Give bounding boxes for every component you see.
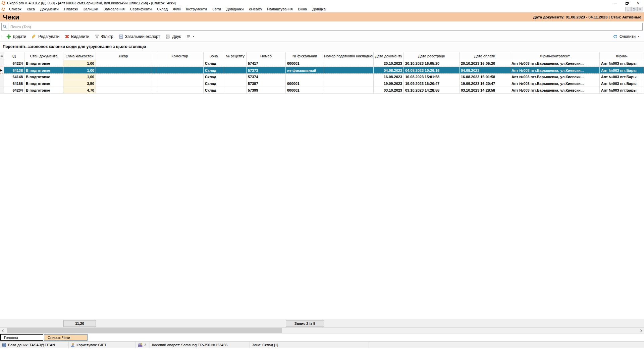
cell-doctor[interactable] xyxy=(96,60,151,67)
cell-number[interactable]: 57387 xyxy=(247,80,286,87)
cell-number[interactable]: 57399 xyxy=(247,87,286,94)
scrollbar-thumb[interactable] xyxy=(7,328,282,333)
cell-blank[interactable] xyxy=(151,80,156,87)
cell-fiscal_no[interactable]: 000001 xyxy=(286,80,324,87)
cell-qty[interactable]: 4,70 xyxy=(63,87,96,94)
menu-item-каса[interactable]: Каса xyxy=(24,6,38,12)
search-input[interactable] xyxy=(8,25,642,29)
cell-doc_date[interactable]: 16.08.2023 xyxy=(374,73,404,80)
cell-recipe_no[interactable] xyxy=(224,67,247,73)
cell-doc_date[interactable]: 19.09.2023 xyxy=(374,80,404,87)
minimize-icon[interactable] xyxy=(610,0,621,6)
cell-zone[interactable]: Склад xyxy=(204,80,224,87)
cell-doctor[interactable] xyxy=(96,87,151,94)
cell-reg_date[interactable]: 03.10.2023 14:28:58 xyxy=(404,87,460,94)
cell-fiscal_no[interactable]: 000001 xyxy=(286,60,324,67)
cell-state[interactable]: В подготовке xyxy=(24,80,63,87)
mdi-close-icon[interactable]: ✕ xyxy=(637,7,643,11)
menu-item-документи[interactable]: Документи xyxy=(38,6,61,12)
cell-recipe_no[interactable] xyxy=(224,87,247,94)
cell-comment[interactable] xyxy=(156,80,204,87)
table-row[interactable]: 64148В подготовке1,00Склад5737416.08.202… xyxy=(0,73,644,80)
cell-number[interactable]: 57417 xyxy=(247,60,286,67)
delete-button[interactable]: Видалити xyxy=(62,33,92,40)
cell-recipe_no[interactable] xyxy=(224,80,247,87)
column-options-button[interactable]: ▾ xyxy=(183,33,197,40)
cell-tax_invoice_no[interactable] xyxy=(324,87,374,94)
column-header-comment[interactable]: Коментар xyxy=(156,52,204,60)
cell-firm_contragent[interactable]: Апт №003 пгт.Барышевка, ул.Киевски... xyxy=(510,87,600,94)
cell-number[interactable]: 57373 xyxy=(247,67,286,73)
menu-item-звіти[interactable]: Звіти xyxy=(210,6,224,12)
column-header-doc_date[interactable]: Дата документу xyxy=(374,52,404,60)
cell-firm_contragent[interactable]: Апт №003 пгт.Барышевка, ул.Киевски... xyxy=(510,60,600,67)
menu-item-філії[interactable]: Філії xyxy=(170,6,183,12)
cell-blank[interactable] xyxy=(151,73,156,80)
cell-state[interactable]: В подготовке xyxy=(24,87,63,94)
cell-tax_invoice_no[interactable] xyxy=(324,73,374,80)
cell-fiscal_no[interactable]: 000001 xyxy=(286,87,324,94)
cell-tax_invoice_no[interactable] xyxy=(324,67,374,73)
menu-item-сертифікати[interactable]: Сертифікати xyxy=(127,6,154,12)
cell-qty[interactable]: 3,50 xyxy=(63,80,96,87)
grid-corner-cell[interactable] xyxy=(0,52,4,60)
search-box[interactable] xyxy=(1,23,643,31)
cell-zone[interactable]: Склад xyxy=(204,87,224,94)
tab-main[interactable]: Головна xyxy=(0,334,43,341)
cell-firm2[interactable]: Апт №003 пгт.Бары xyxy=(600,80,644,87)
cell-zone[interactable]: Склад xyxy=(204,67,224,73)
cell-blank[interactable] xyxy=(151,67,156,73)
menu-item-склад[interactable]: Склад xyxy=(154,6,170,12)
cell-firm2[interactable]: Апт №003 пгт.Бары xyxy=(600,73,644,80)
row-indicator[interactable] xyxy=(0,60,4,67)
menu-item-довідка[interactable]: Довідка xyxy=(310,6,328,12)
add-button[interactable]: Додати xyxy=(4,33,29,40)
column-header-qty[interactable]: Сума кількостей xyxy=(63,52,96,60)
horizontal-scrollbar[interactable] xyxy=(0,328,644,334)
cell-firm2[interactable]: Апт №003 пгт.Бары xyxy=(600,60,644,67)
cell-firm_contragent[interactable]: Апт №003 пгт.Барышевка, ул.Киевски... xyxy=(510,80,600,87)
cell-doc_date[interactable]: 04.08.2023 xyxy=(374,67,404,73)
cell-blank[interactable] xyxy=(151,87,156,94)
cell-reg_date[interactable]: 20.10.2023 16:05:20 xyxy=(404,60,460,67)
column-header-firm_contragent[interactable]: Фірма-контрагент xyxy=(510,52,600,60)
cell-id[interactable]: 64204 xyxy=(4,87,24,94)
menu-item-ehealth[interactable]: eHealth xyxy=(246,6,264,12)
cell-id[interactable]: 64138 xyxy=(4,67,24,73)
cell-doc_date[interactable]: 20.10.2023 xyxy=(374,60,404,67)
close-icon[interactable]: ✕ xyxy=(633,0,644,6)
export-button[interactable]: Загальний експорт xyxy=(116,33,163,40)
column-header-number[interactable]: Номер xyxy=(247,52,286,60)
cell-pay_date[interactable]: 19.09.2023 16:20:47 xyxy=(460,80,510,87)
table-row[interactable]: 64224В подготовке1,00Склад5741700000120.… xyxy=(0,60,644,67)
table-row[interactable]: ▶64138В подготовке1,00Склад57373не фиска… xyxy=(0,67,644,73)
cell-fiscal_no[interactable] xyxy=(286,73,324,80)
table-row[interactable]: 64166В подготовке3,50Склад5738700000119.… xyxy=(0,80,644,87)
cell-comment[interactable] xyxy=(156,87,204,94)
cell-firm_contragent[interactable]: Апт №003 пгт.Барышевка, ул.Киевски... xyxy=(510,67,600,73)
cell-fiscal_no[interactable]: не фискальный xyxy=(286,67,324,73)
toolbar-drag-handle[interactable] xyxy=(1,33,2,40)
cell-doctor[interactable] xyxy=(96,67,151,73)
menu-item-вікна[interactable]: Вікна xyxy=(295,6,310,12)
cell-pay_date[interactable]: 03.10.2023 14:28:58 xyxy=(460,87,510,94)
cell-recipe_no[interactable] xyxy=(224,73,247,80)
column-header-id[interactable]: ІД xyxy=(4,52,24,60)
scroll-left-icon[interactable] xyxy=(0,328,6,334)
cell-state[interactable]: В подготовке xyxy=(24,67,63,73)
menu-item-платежі[interactable]: Платежі xyxy=(61,6,80,12)
cell-zone[interactable]: Склад xyxy=(204,73,224,80)
column-header-state[interactable]: Стан документа xyxy=(24,52,63,60)
column-header-firm2[interactable]: Фірма- xyxy=(600,52,644,60)
mdi-restore-icon[interactable] xyxy=(631,7,637,11)
cell-reg_date[interactable]: 16.08.2023 15:01:58 xyxy=(404,73,460,80)
cell-zone[interactable]: Склад xyxy=(204,60,224,67)
cell-blank[interactable] xyxy=(151,60,156,67)
cell-tax_invoice_no[interactable] xyxy=(324,80,374,87)
column-header-fiscal_no[interactable]: № фіскальний xyxy=(286,52,324,60)
cell-firm2[interactable]: Апт №003 пгт.Бары xyxy=(600,67,644,73)
menu-item-замовлення[interactable]: Замовлення xyxy=(101,6,127,12)
cell-id[interactable]: 64148 xyxy=(4,73,24,80)
edit-button[interactable]: Редагувати xyxy=(29,33,62,40)
column-header-recipe_no[interactable]: № рецепту xyxy=(224,52,247,60)
